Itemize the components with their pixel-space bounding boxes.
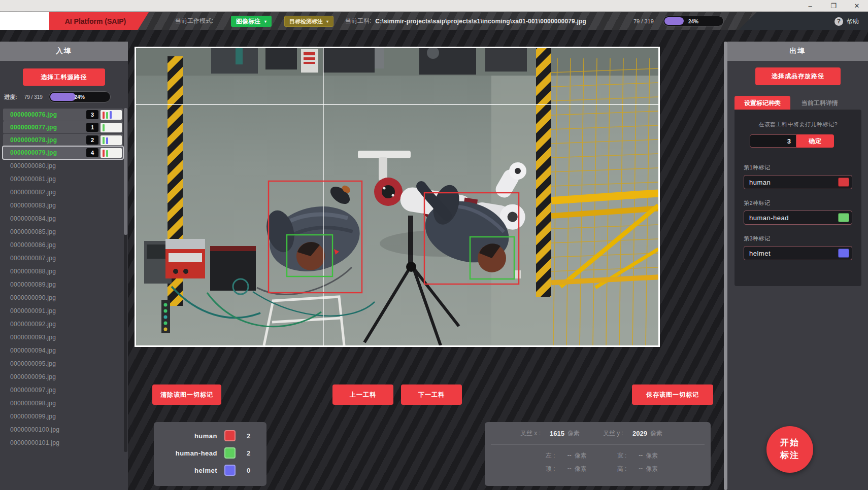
file-name: 0000000095.jpg xyxy=(2,360,56,367)
file-item[interactable]: 0000000093.jpg xyxy=(2,331,124,344)
label-value: human-head xyxy=(749,214,838,222)
label-group: 第1种标记human xyxy=(744,164,861,189)
file-item[interactable]: 0000000099.jpg xyxy=(2,410,124,423)
file-item[interactable]: 0000000076.jpg3 xyxy=(3,109,123,121)
file-item[interactable]: 0000000084.jpg xyxy=(2,212,124,225)
maximize-icon[interactable]: ❐ xyxy=(829,2,838,10)
label-color-swatch[interactable] xyxy=(838,213,849,222)
scrollbar-thumb[interactable] xyxy=(124,108,127,235)
file-name: 0000000097.jpg xyxy=(2,387,56,394)
legend-row: human-head2 xyxy=(154,444,266,462)
file-name: 0000000077.jpg xyxy=(3,124,86,131)
minimize-icon[interactable]: – xyxy=(806,2,814,10)
previous-item-button[interactable]: 上一工料 xyxy=(332,384,393,405)
legend-label: human xyxy=(154,432,217,440)
file-item[interactable]: 0000000095.jpg xyxy=(2,357,124,370)
import-panel-title: 入埠 xyxy=(0,42,128,61)
brand-banner: AI Platform (SAIP) xyxy=(49,12,149,30)
label-color-swatch[interactable] xyxy=(838,178,849,187)
class-bar xyxy=(106,150,108,157)
file-item[interactable]: 0000000098.jpg xyxy=(2,397,124,410)
file-item[interactable]: 00000000100.jpg xyxy=(2,423,124,436)
os-titlebar: – ❐ ✕ xyxy=(0,0,868,12)
file-item[interactable]: 0000000080.jpg xyxy=(2,159,124,172)
save-marks-button[interactable]: 保存该图一切标记 xyxy=(632,384,713,405)
file-item[interactable]: 0000000089.jpg xyxy=(2,278,124,291)
file-item[interactable]: 0000000090.jpg xyxy=(2,291,124,304)
tab-current-item-details[interactable]: 当前工料详情 xyxy=(791,96,848,110)
mode-primary-dropdown[interactable]: 图像标注 ▾ xyxy=(231,16,272,27)
file-item[interactable]: 0000000094.jpg xyxy=(2,344,124,357)
box-height-label: 高 : xyxy=(617,465,627,473)
crosshair-y-value: 2029 xyxy=(632,430,647,437)
file-item[interactable]: 0000000081.jpg xyxy=(2,172,124,186)
export-panel-title: 出埠 xyxy=(727,42,868,61)
file-list-scrollbar[interactable] xyxy=(124,108,127,452)
file-item[interactable]: 0000000088.jpg xyxy=(2,265,124,278)
box-left-value: -- xyxy=(567,452,572,459)
file-item[interactable]: 0000000078.jpg2 xyxy=(3,134,123,146)
file-name: 0000000078.jpg xyxy=(3,136,86,144)
help-button[interactable]: ? 帮助 xyxy=(834,16,859,27)
file-item[interactable]: 0000000083.jpg xyxy=(2,199,124,212)
label-count-input[interactable]: 3 xyxy=(750,134,796,148)
file-name: 0000000096.jpg xyxy=(2,373,56,380)
legend-row: human2 xyxy=(154,427,266,444)
class-bar xyxy=(106,137,108,144)
unit-label: 像素 xyxy=(567,429,580,438)
current-file-label: 当前工料: xyxy=(345,17,371,25)
clear-marks-button[interactable]: 清除该图一切标记 xyxy=(152,384,221,405)
label-value: human xyxy=(749,179,838,186)
export-panel: 出埠 选择成品存放路径 设置标记种类 当前工料详情 在该套工料中将要打几种标记?… xyxy=(727,42,868,490)
label-color-swatch[interactable] xyxy=(838,249,849,258)
close-icon[interactable]: ✕ xyxy=(853,2,861,10)
label-name-input[interactable]: helmet xyxy=(744,246,852,260)
file-item[interactable]: 00000000101.jpg xyxy=(2,436,124,449)
file-name: 0000000094.jpg xyxy=(2,347,56,354)
header-progress-count: 79 / 319 xyxy=(633,12,654,30)
select-source-path-button[interactable]: 选择工料源路径 xyxy=(23,68,105,86)
file-item[interactable]: 0000000085.jpg xyxy=(2,225,124,238)
file-name: 0000000088.jpg xyxy=(2,268,56,275)
annotation-count-badge: 3 xyxy=(86,110,98,119)
mode-secondary-dropdown[interactable]: 目标检测标注 ▾ xyxy=(284,16,333,27)
legend-count: 0 xyxy=(247,467,250,474)
file-item[interactable]: 0000000091.jpg xyxy=(2,304,124,318)
file-name: 0000000085.jpg xyxy=(2,228,56,235)
file-name: 0000000086.jpg xyxy=(2,241,56,249)
file-item[interactable]: 0000000097.jpg xyxy=(2,383,124,397)
file-item[interactable]: 0000000096.jpg xyxy=(2,370,124,383)
label-group: 第3种标记helmet xyxy=(744,235,861,260)
tab-set-label-types[interactable]: 设置标记种类 xyxy=(735,96,790,110)
annotation-bars xyxy=(101,135,122,145)
file-item[interactable]: 0000000086.jpg xyxy=(2,238,124,252)
annotation-count-badge: 4 xyxy=(86,148,98,157)
file-item[interactable]: 0000000092.jpg xyxy=(2,318,124,331)
middle-scrollbar[interactable] xyxy=(724,42,727,490)
file-name: 0000000082.jpg xyxy=(2,189,56,196)
file-item[interactable]: 0000000087.jpg xyxy=(2,252,124,265)
label-name-input[interactable]: human xyxy=(744,175,852,189)
current-file-path: C:\simmir-projects\saip\projects\s1\inco… xyxy=(375,18,586,25)
file-item[interactable]: 0000000082.jpg xyxy=(2,186,124,199)
file-name: 0000000084.jpg xyxy=(2,215,56,222)
annotation-canvas[interactable] xyxy=(135,47,660,347)
file-item[interactable]: 0000000079.jpg4 xyxy=(3,147,123,159)
label-name-input[interactable]: human-head xyxy=(744,211,852,225)
confirm-button[interactable]: 确定 xyxy=(796,134,834,148)
select-output-path-button[interactable]: 选择成品存放路径 xyxy=(755,67,841,85)
chevron-down-icon: ▾ xyxy=(326,19,328,24)
app-header: AI Platform (SAIP) 当前工作模式: 图像标注 ▾ 目标检测标注… xyxy=(0,12,868,30)
next-item-button[interactable]: 下一工料 xyxy=(401,384,462,405)
mode-primary-label: 图像标注 xyxy=(236,17,260,26)
unit-label: 像素 xyxy=(650,429,662,438)
class-bar xyxy=(103,124,105,131)
file-item[interactable]: 0000000077.jpg1 xyxy=(3,121,123,133)
file-name: 0000000080.jpg xyxy=(2,162,56,169)
file-name: 0000000081.jpg xyxy=(2,176,56,183)
start-annotation-button[interactable]: 开始 标注 xyxy=(766,426,813,473)
class-bar xyxy=(103,112,105,119)
class-bar xyxy=(110,111,112,119)
question-icon: ? xyxy=(834,17,843,26)
file-name: 0000000098.jpg xyxy=(2,400,56,407)
